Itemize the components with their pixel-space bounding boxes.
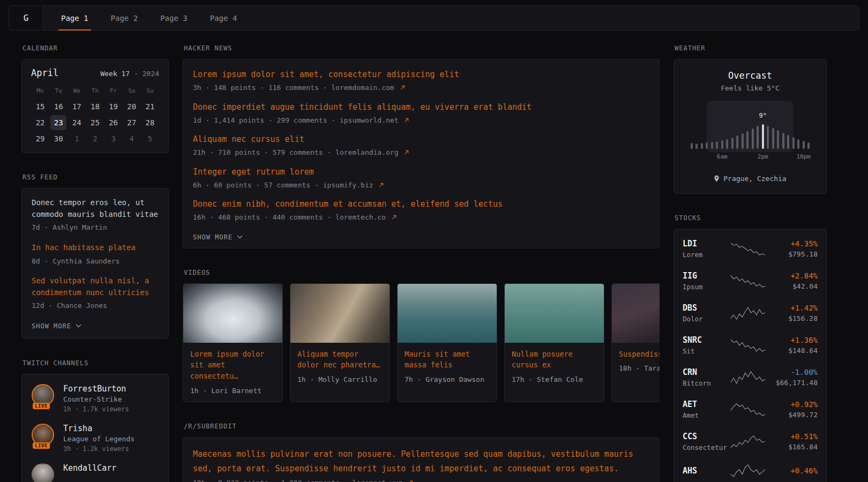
video-thumbnail[interactable] (505, 284, 604, 343)
stock-change: +4.35% (768, 239, 818, 248)
twitch-list: LIVEForrestBurtonCounter-Strike1h · 1.7k… (32, 384, 159, 482)
calendar-day[interactable]: 18 (87, 99, 103, 114)
weather-bar (787, 135, 789, 149)
hn-item-title[interactable]: Aliquam nec cursus elit (193, 134, 649, 145)
calendar-day[interactable]: 3 (106, 131, 122, 146)
video-body: Mauris sit amet massa felis7h · Grayson … (398, 343, 497, 391)
calendar-day[interactable]: 27 (124, 115, 140, 130)
twitch-channel[interactable]: LIVEForrestBurtonCounter-Strike1h · 1.7k… (32, 384, 159, 413)
weather-location: Prague, Czechia (687, 175, 813, 183)
calendar-day[interactable]: 15 (32, 99, 48, 114)
rss-card: Donec tempor eros leo, ut commodo mauris… (21, 188, 169, 339)
calendar-day[interactable]: 24 (69, 115, 85, 130)
video-thumbnail[interactable] (183, 284, 282, 343)
tab-page-2[interactable]: Page 2 (100, 6, 149, 30)
twitch-channel[interactable]: LIVETrishaLeague of Legends3h · 1.2k vie… (32, 424, 159, 453)
location-pin-icon (714, 175, 720, 182)
video-title[interactable]: Mauris sit amet massa felis (405, 349, 490, 371)
rss-item-title[interactable]: In hac habitasse platea (32, 242, 159, 254)
calendar-month: April (31, 67, 58, 78)
calendar-day[interactable]: 17 (69, 99, 85, 114)
hn-item-title[interactable]: Donec imperdiet augue tincidunt felis al… (193, 102, 649, 113)
topbar: G Page 1Page 2Page 3Page 4 (9, 5, 859, 31)
channel-name[interactable]: KendallCarr (63, 463, 116, 473)
calendar-day[interactable]: 23 (50, 115, 66, 130)
hackernews-show-more-button[interactable]: SHOW MORE (193, 234, 243, 241)
calendar-day[interactable]: 21 (142, 99, 158, 114)
stock-sparkline (730, 464, 766, 478)
calendar-day[interactable]: 28 (142, 115, 158, 130)
external-link-icon (404, 150, 409, 155)
rss-item: In hac habitasse platea8d · Cynthia Saun… (32, 242, 159, 266)
rss-item-title[interactable]: Sed volutpat nulla nisl, a condimentum n… (32, 275, 159, 298)
stocks-list: LDILorem+4.35%$795.18IIGIpsum+2.84%$42.0… (683, 232, 818, 482)
video-meta: 18h · Tara (619, 364, 660, 372)
subreddit-post-title[interactable]: Maecenas mollis pulvinar erat non posuer… (193, 447, 649, 476)
calendar-day[interactable]: 22 (32, 115, 48, 130)
live-badge: LIVE (33, 403, 50, 409)
calendar-day[interactable]: 25 (87, 115, 103, 130)
tab-page-4[interactable]: Page 4 (199, 6, 249, 30)
channel-name[interactable]: ForrestBurton (63, 384, 129, 394)
stock-name: Bitcorn (683, 379, 728, 387)
stock-row[interactable]: CCSConsectetur+0.51%$165.84 (683, 425, 818, 457)
video-body: Nullam posuere cursus ex17h · Stefan Col… (505, 343, 604, 391)
video-title[interactable]: Suspendisse diam (619, 349, 660, 360)
weather-bar (721, 140, 723, 149)
stock-row[interactable]: AETAmet+0.92%$499.72 (683, 393, 818, 425)
video-thumbnail[interactable] (612, 284, 660, 343)
stock-sparkline (730, 306, 766, 320)
stock-row[interactable]: IIGIpsum+2.84%$42.04 (683, 265, 818, 297)
stock-values: +0.92%$499.72 (768, 400, 818, 419)
app-logo[interactable]: G (9, 6, 43, 30)
hn-item-meta: 21h · 710 points · 579 comments · loreml… (193, 147, 649, 158)
stock-change: +0.46% (768, 466, 818, 475)
calendar-day[interactable]: 30 (50, 131, 66, 146)
channel-name[interactable]: Trisha (63, 424, 134, 433)
calendar-day[interactable]: 20 (124, 99, 140, 114)
hn-item-title[interactable]: Integer eget rutrum lorem (193, 167, 649, 178)
calendar-day[interactable]: 19 (106, 99, 122, 114)
video-title[interactable]: Lorem ipsum dolor sit amet consectetu… (190, 349, 275, 382)
video-title[interactable]: Aliquam tempor dolor nec pharetra… (297, 349, 383, 371)
stock-row[interactable]: LDILorem+4.35%$795.18 (683, 232, 818, 265)
stock-price: $165.84 (768, 443, 818, 451)
stock-ticker: AHS (683, 466, 728, 476)
weather-bar (746, 131, 749, 149)
calendar-day[interactable]: 4 (124, 131, 140, 146)
stock-row[interactable]: SNRCSit+1.36%$148.64 (683, 329, 818, 361)
calendar-day[interactable]: 1 (69, 131, 85, 146)
rss-show-more-button[interactable]: SHOW MORE (32, 322, 81, 330)
video-meta: 1h · Lori Barnett (190, 387, 275, 395)
hn-item-meta: 16h · 468 points · 440 comments · loremt… (193, 212, 649, 223)
stock-row[interactable]: DBSDolor+1.42%$156.28 (683, 297, 818, 329)
hackernews-list: Lorem ipsum dolor sit amet, consectetur … (193, 69, 649, 223)
video-thumbnail[interactable] (398, 284, 497, 343)
location-text: Prague, Czechia (723, 175, 786, 183)
tab-page-3[interactable]: Page 3 (149, 6, 199, 30)
calendar-day[interactable]: 16 (50, 99, 66, 114)
stock-row[interactable]: CRNBitcorn-1.00%$66,171.48 (683, 361, 818, 393)
calendar-day[interactable]: 26 (106, 115, 122, 130)
rss-item-title[interactable]: Donec tempor eros leo, ut commodo mauris… (32, 197, 159, 220)
stock-values: +4.35%$795.18 (768, 239, 818, 258)
hn-item-title[interactable]: Lorem ipsum dolor sit amet, consectetur … (193, 69, 649, 80)
tab-page-1[interactable]: Page 1 (50, 6, 100, 30)
weather-bar (711, 142, 713, 149)
video-body: Suspendisse diam18h · Tara (612, 343, 660, 380)
stock-values: -1.00%$66,171.48 (768, 368, 818, 387)
stock-row[interactable]: AHS+0.46% (683, 457, 818, 482)
video-title[interactable]: Nullam posuere cursus ex (512, 349, 597, 371)
calendar-day[interactable]: 5 (142, 131, 158, 146)
twitch-channel[interactable]: KendallCarr (32, 463, 159, 482)
stock-info: IIGIpsum (683, 271, 728, 291)
stock-values: +2.84%$42.04 (768, 272, 818, 290)
stock-price: $42.04 (768, 282, 818, 290)
weather-bar (772, 128, 774, 149)
calendar-day[interactable]: 29 (32, 131, 48, 146)
video-thumbnail[interactable] (290, 284, 390, 343)
stock-sparkline (730, 338, 766, 352)
hn-item-title[interactable]: Donec enim nibh, condimentum et accumsan… (193, 199, 649, 210)
calendar-day[interactable]: 2 (87, 131, 103, 146)
stocks-widget: STOCKS LDILorem+4.35%$795.18IIGIpsum+2.8… (674, 214, 827, 482)
